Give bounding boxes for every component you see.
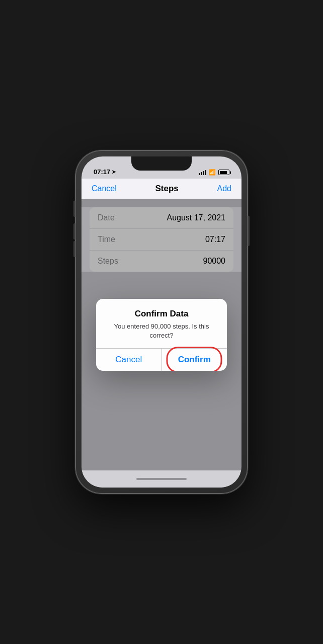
- modal-overlay: Confirm Data You entered 90,000 steps. I…: [82, 199, 241, 470]
- alert-title: Confirm Data: [104, 309, 219, 319]
- status-time: 07:17 ➤: [94, 168, 116, 176]
- notch: [131, 156, 192, 171]
- signal-icon: [199, 170, 206, 175]
- wifi-icon: 📶: [209, 169, 216, 176]
- add-nav-button[interactable]: Add: [217, 184, 231, 193]
- home-bar: [136, 478, 187, 480]
- phone-screen: 07:17 ➤ 📶 Cancel Steps Add: [82, 156, 241, 488]
- content-area: Date August 17, 2021 Time 07:17 Steps 90…: [82, 199, 241, 470]
- alert-dialog: Confirm Data You entered 90,000 steps. I…: [96, 299, 227, 371]
- alert-confirm-button[interactable]: Confirm: [162, 349, 227, 371]
- status-icons: 📶: [199, 169, 229, 176]
- page-title: Steps: [155, 184, 179, 194]
- alert-cancel-button[interactable]: Cancel: [96, 349, 162, 371]
- alert-message: You entered 90,000 steps. Is this correc…: [104, 322, 219, 340]
- cancel-nav-button[interactable]: Cancel: [92, 184, 117, 193]
- location-icon: ➤: [112, 169, 116, 175]
- battery-icon: [218, 170, 229, 175]
- time-display: 07:17: [94, 168, 110, 176]
- home-indicator: [82, 470, 241, 488]
- phone-device: 07:17 ➤ 📶 Cancel Steps Add: [75, 150, 248, 494]
- alert-content: Confirm Data You entered 90,000 steps. I…: [96, 299, 227, 348]
- navigation-bar: Cancel Steps Add: [82, 179, 241, 199]
- alert-buttons: Cancel Confirm: [96, 348, 227, 371]
